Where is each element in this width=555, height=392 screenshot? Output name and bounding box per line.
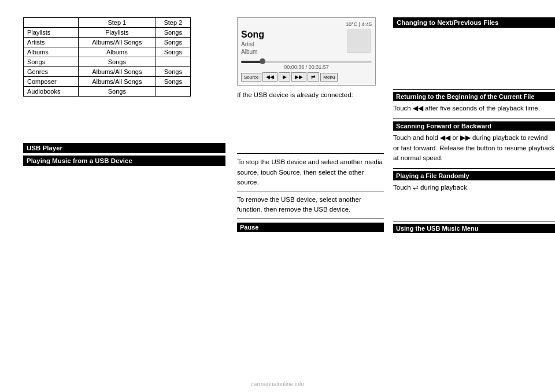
table-row: AudiobooksSongs bbox=[24, 87, 191, 97]
col-header-step1: Step 1 bbox=[78, 18, 156, 28]
playing-music-header: Playing Music from a USB Device bbox=[23, 156, 225, 166]
random-header: Playing a File Randomly bbox=[393, 171, 555, 180]
random-text: Touch ⇌ during playback. bbox=[393, 183, 555, 193]
table-row: GenresAlbums/All SongsSongs bbox=[24, 67, 191, 77]
usb-player-section: USB Player Playing Music from a USB Devi… bbox=[23, 143, 225, 168]
col-header-step2: Step 2 bbox=[156, 18, 190, 28]
device-thumbnail bbox=[347, 29, 371, 53]
returning-text: Touch ◀◀ after five seconds of the playb… bbox=[393, 103, 555, 114]
mid-divider-1 bbox=[237, 153, 384, 154]
prev-button[interactable]: ◀◀ bbox=[262, 72, 278, 82]
returning-header: Returning to the Beginning of the Curren… bbox=[393, 92, 555, 101]
scanning-text: Touch and hold ◀◀ or ▶▶ during playback … bbox=[393, 133, 555, 164]
left-column: Step 1 Step 2 PlaylistsPlaylistsSongsArt… bbox=[23, 17, 237, 375]
device-top-bar: 10°C | 4:45 bbox=[241, 21, 372, 27]
play-button[interactable]: ▶ bbox=[279, 72, 290, 82]
right-divider-2 bbox=[393, 119, 555, 119]
remove-text: To remove the USB device, select another… bbox=[237, 195, 384, 215]
device-time: 00:00:36 / 00:31:57 bbox=[241, 64, 372, 70]
col-header-category bbox=[24, 18, 79, 28]
table-row: PlaylistsPlaylistsSongs bbox=[24, 28, 191, 38]
source-button[interactable]: Source bbox=[241, 73, 261, 82]
next-button[interactable]: ▶▶ bbox=[291, 72, 306, 82]
table-row: ArtistsAlbums/All SongsSongs bbox=[24, 38, 191, 47]
menu-button[interactable]: Menu bbox=[320, 73, 338, 82]
mid-divider-3 bbox=[237, 219, 384, 219]
right-column: Changing to Next/Previous Files Returnin… bbox=[393, 17, 555, 375]
changing-files-header: Changing to Next/Previous Files bbox=[393, 17, 555, 28]
watermark: carmanualonline.info bbox=[0, 381, 555, 387]
right-divider-3 bbox=[393, 168, 555, 169]
table-row: AlbumsAlbumsSongs bbox=[24, 47, 191, 57]
right-divider-1 bbox=[393, 89, 555, 90]
progress-dot bbox=[260, 58, 265, 64]
navigation-table: Step 1 Step 2 PlaylistsPlaylistsSongsArt… bbox=[23, 17, 191, 97]
pause-header: Pause bbox=[237, 223, 384, 232]
middle-column: 10°C | 4:45 Song Artist Album 00:00:36 /… bbox=[237, 17, 393, 375]
table-row: SongsSongs bbox=[24, 57, 191, 67]
connected-text: If the USB device is already connected: bbox=[237, 90, 384, 100]
usb-menu-header: Using the USB Music Menu bbox=[393, 224, 555, 233]
progress-bar[interactable] bbox=[241, 61, 372, 63]
right-divider-4 bbox=[393, 221, 555, 221]
shuffle-button[interactable]: ⇌ bbox=[308, 72, 319, 82]
mid-divider-2 bbox=[237, 191, 384, 191]
device-screen: 10°C | 4:45 Song Artist Album 00:00:36 /… bbox=[237, 17, 376, 86]
device-progress: 00:00:36 / 00:31:57 bbox=[241, 61, 372, 70]
scanning-header: Scanning Forward or Backward bbox=[393, 121, 555, 131]
device-controls: Source ◀◀ ▶ ▶▶ ⇌ Menu bbox=[241, 72, 372, 82]
stop-text: To stop the USB device and select anothe… bbox=[237, 157, 384, 187]
usb-player-header: USB Player bbox=[23, 143, 225, 153]
progress-fill bbox=[241, 61, 261, 63]
table-row: ComposerAlbums/All SongsSongs bbox=[24, 77, 191, 87]
